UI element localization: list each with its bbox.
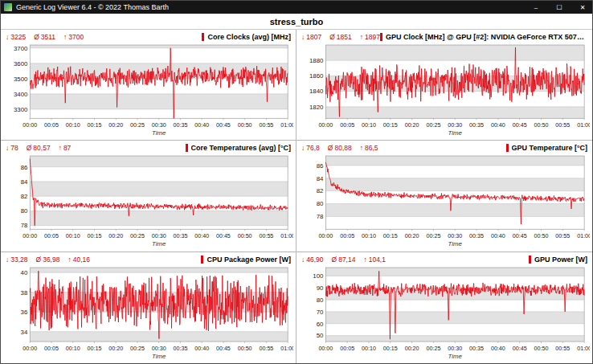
stat-avg: Ø80,57 [27, 144, 51, 152]
minimize-button[interactable]: – [526, 1, 546, 14]
svg-text:00:45: 00:45 [216, 233, 231, 240]
chart-stats: ↓33,28 Ø36,98 ↑40,16 [6, 256, 90, 264]
chart-plot[interactable]: 182018401860188000:0000:0500:1000:1500:2… [299, 43, 590, 140]
svg-text:00:05: 00:05 [44, 345, 59, 352]
chart-stats: ↓46,90 Ø87,14 ↑104,1 [301, 256, 386, 264]
series-marker-icon [506, 144, 509, 152]
svg-text:Time: Time [152, 129, 166, 137]
svg-text:00:20: 00:20 [405, 121, 419, 129]
svg-text:3700: 3700 [14, 45, 28, 52]
svg-text:34: 34 [21, 328, 28, 335]
maximize-button[interactable]: ☐ [550, 1, 569, 14]
avg-icon: Ø [27, 144, 32, 152]
chart-legend: Core Temperatures (avg) [°C] [186, 144, 291, 152]
chart-plot[interactable]: 3436384000:0000:0500:1000:1500:2000:2500… [3, 265, 293, 363]
stat-min-value: 33,28 [10, 256, 27, 264]
svg-text:3300: 3300 [14, 106, 28, 113]
svg-text:00:00: 00:00 [22, 121, 37, 129]
svg-text:1840: 1840 [309, 88, 324, 95]
svg-text:00:10: 00:10 [362, 233, 376, 240]
stat-min-value: 78 [10, 144, 18, 152]
chart-legend: GPU Power [W] [529, 256, 587, 264]
close-button[interactable]: ✕ [573, 1, 592, 14]
svg-text:Time: Time [448, 241, 463, 248]
svg-text:00:15: 00:15 [383, 121, 398, 129]
svg-text:00:10: 00:10 [362, 121, 376, 129]
stat-max: ↑40,16 [67, 256, 90, 264]
chart-header: ↓46,90 Ø87,14 ↑104,1 GPU Power [W] [299, 254, 590, 265]
series-marker-icon [380, 33, 382, 41]
stat-min: ↓1807 [301, 33, 321, 41]
svg-text:00:15: 00:15 [383, 345, 398, 352]
stat-avg-value: 87,14 [338, 256, 355, 264]
svg-text:01:00: 01:00 [280, 121, 293, 129]
stat-min-value: 46,90 [306, 256, 323, 264]
window-titlebar[interactable]: Generic Log Viewer 6.4 - © 2022 Thomas B… [1, 1, 592, 14]
svg-text:00:20: 00:20 [405, 345, 419, 352]
svg-text:00:55: 00:55 [259, 345, 273, 352]
svg-text:00:50: 00:50 [238, 121, 252, 129]
svg-text:01:00: 01:00 [280, 345, 293, 352]
max-icon: ↑ [360, 144, 363, 152]
min-icon: ↓ [301, 144, 305, 152]
chart-plot[interactable]: 506070809010000:0000:0500:1000:1500:2000… [299, 265, 590, 363]
svg-text:36: 36 [21, 309, 28, 316]
chart-panel-gpu-temp: ↓76,8 Ø80,88 ↑86,5 GPU Temperature [°C] … [296, 141, 592, 252]
svg-text:00:50: 00:50 [534, 345, 549, 352]
svg-text:00:05: 00:05 [44, 233, 59, 240]
stat-min: ↓46,90 [301, 256, 324, 264]
svg-text:84: 84 [21, 178, 28, 186]
stat-max-value: 87 [63, 144, 71, 152]
stat-max: ↑1897 [360, 33, 380, 41]
stat-avg-value: 80,88 [334, 144, 351, 152]
stat-max: ↑3700 [63, 33, 84, 41]
chart-title: Core Clocks (avg) [MHz] [207, 33, 291, 41]
svg-text:00:45: 00:45 [513, 345, 527, 352]
stat-min: ↓3225 [6, 33, 26, 41]
svg-text:00:40: 00:40 [194, 121, 209, 129]
svg-text:00:50: 00:50 [534, 233, 549, 240]
min-icon: ↓ [6, 33, 9, 41]
svg-text:1820: 1820 [309, 104, 324, 111]
svg-text:00:10: 00:10 [66, 345, 80, 352]
stat-avg: Ø87,14 [332, 256, 356, 264]
svg-text:00:35: 00:35 [174, 121, 188, 129]
svg-text:00:20: 00:20 [405, 233, 419, 240]
svg-text:00:00: 00:00 [22, 345, 37, 352]
svg-text:00:35: 00:35 [469, 233, 484, 240]
svg-text:00:35: 00:35 [174, 233, 188, 240]
svg-text:01:00: 01:00 [577, 121, 590, 129]
stat-avg: Ø1851 [329, 33, 352, 41]
svg-text:00:55: 00:55 [555, 121, 570, 129]
chart-plot[interactable]: 3300340035003600370000:0000:0500:1000:15… [3, 43, 293, 140]
stat-max: ↑86,5 [360, 144, 378, 152]
chart-stats: ↓1807 Ø1851 ↑1897 [301, 33, 380, 41]
svg-text:00:10: 00:10 [66, 121, 80, 129]
svg-text:00:55: 00:55 [259, 121, 273, 129]
svg-text:80: 80 [21, 207, 28, 215]
chart-legend: CPU Package Power [W] [201, 256, 291, 264]
min-icon: ↓ [301, 256, 305, 264]
svg-text:60: 60 [317, 320, 324, 327]
svg-text:40: 40 [21, 269, 28, 276]
svg-text:1860: 1860 [309, 72, 324, 80]
svg-text:00:10: 00:10 [362, 345, 376, 352]
chart-plot[interactable]: 788082848600:0000:0500:1000:1500:2000:25… [3, 153, 293, 251]
svg-text:01:00: 01:00 [280, 233, 293, 240]
svg-text:78: 78 [21, 223, 28, 230]
svg-text:100: 100 [313, 272, 324, 280]
stat-max-value: 1897 [365, 33, 380, 41]
svg-text:00:15: 00:15 [383, 233, 398, 240]
svg-text:00:55: 00:55 [555, 345, 570, 352]
svg-text:00:45: 00:45 [216, 345, 231, 352]
chart-panel-core-clocks: ↓3225 Ø3511 ↑3700 Core Clocks (avg) [MHz… [1, 30, 296, 141]
svg-text:Time: Time [152, 353, 166, 360]
svg-text:00:40: 00:40 [194, 345, 209, 352]
chart-panel-cpu-power: ↓33,28 Ø36,98 ↑40,16 CPU Package Power [… [1, 252, 296, 363]
stat-min-value: 76,8 [306, 144, 320, 152]
svg-text:00:55: 00:55 [555, 233, 570, 240]
svg-text:00:05: 00:05 [340, 345, 354, 352]
chart-plot[interactable]: 788082848600:0000:0500:1000:1500:2000:25… [299, 153, 590, 251]
charts-grid: ↓3225 Ø3511 ↑3700 Core Clocks (avg) [MHz… [1, 30, 592, 363]
min-icon: ↓ [301, 33, 305, 41]
